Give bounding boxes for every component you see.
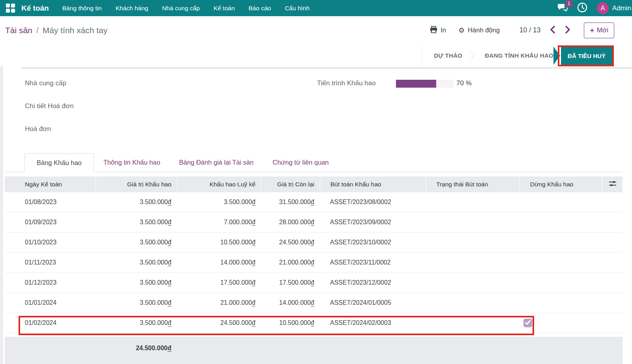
amount-cell: 3.500.000 đ (96, 313, 177, 333)
depreciation-entry-cell: ASSET/2023/11/0002 (320, 253, 426, 272)
amount-cell: 24.500.000 đ (261, 233, 320, 252)
amount-cell: 21.000.000 đ (261, 253, 320, 272)
new-button[interactable]: + Mới (584, 23, 614, 38)
gear-icon: ⚙ (458, 27, 465, 34)
breadcrumb-separator: / (36, 26, 39, 35)
statusbar-step[interactable]: ĐANG TÍNH KHẤU HAO (485, 52, 553, 59)
nav-menu-item[interactable]: Cấu hình (285, 5, 309, 12)
column-header[interactable]: Dừng Khấu hao (519, 176, 602, 192)
column-header[interactable]: Bút toán Khấu hao (320, 176, 426, 192)
checkmark-icon (525, 319, 531, 326)
row-trailing-cell (602, 253, 623, 272)
step-separator-chevron-icon (467, 51, 475, 60)
sheet-left-edge (0, 66, 3, 364)
entry-state-cell (426, 313, 519, 333)
row-trailing-cell (602, 212, 623, 232)
breadcrumb-current: Máy tính xách tay (43, 26, 108, 35)
amount-value: 21.000.000 (279, 259, 311, 266)
amount-cell: 3.500.000 đ (177, 192, 261, 212)
column-header[interactable]: Giá trị Khấu hao (96, 176, 177, 192)
stop-depreciation-cell (519, 293, 602, 313)
stop-depreciation-cell (519, 192, 602, 212)
amount-value: 24.500.000 (279, 239, 311, 246)
currency-symbol: đ (252, 259, 255, 266)
currency-symbol: đ (311, 219, 314, 226)
table-row[interactable]: 01/01/20243.500.000 đ21.000.000 đ14.000.… (5, 293, 623, 313)
depreciation-entry-cell: ASSET/2024/02/0003 (320, 313, 426, 333)
amount-cell: 28.000.000 đ (261, 212, 320, 232)
nav-menu-item[interactable]: Báo cáo (249, 5, 271, 12)
pager-next-button[interactable] (563, 24, 573, 37)
stop-depreciation-checkbox[interactable] (523, 319, 532, 327)
amount-cell: 3.500.000 đ (96, 273, 177, 293)
nav-menu-item[interactable]: Bảng thông tin (62, 5, 102, 12)
depreciation-entry-cell: ASSET/2023/10/0002 (320, 233, 426, 252)
depreciation-entry-cell: ASSET/2023/12/0002 (320, 273, 426, 293)
pager-previous-button[interactable] (548, 24, 557, 37)
table-footer: 24.500.000 đ (5, 337, 623, 364)
amount-value: 3.500.000 (140, 279, 168, 286)
form-field-label: Nhà cung cấp (25, 79, 66, 87)
accounting-date-cell: 01/08/2023 (5, 192, 96, 212)
stop-depreciation-cell (519, 253, 602, 272)
currency-symbol: đ (252, 219, 255, 226)
table-row[interactable]: 01/09/20233.500.000 đ7.000.000 đ28.000.0… (5, 212, 623, 233)
table-row[interactable]: 01/11/20233.500.000 đ14.000.000 đ21.000.… (5, 253, 623, 273)
stop-depreciation-cell (519, 212, 602, 232)
user-menu[interactable]: A Admin (597, 2, 631, 14)
entry-state-cell (426, 293, 519, 313)
currency-symbol: đ (167, 345, 171, 352)
nav-menu-item[interactable]: Nhà cung cấp (162, 5, 200, 12)
breadcrumb: Tài sản / Máy tính xách tay (5, 26, 107, 35)
amount-cell: 31.500.000 đ (261, 192, 320, 212)
column-header[interactable]: Khấu hao Luỹ kế (177, 176, 261, 192)
accounting-date-cell: 01/01/2024 (5, 293, 96, 313)
tab-4[interactable]: Chứng từ liên quan (263, 153, 338, 172)
messages-button[interactable]: 1 (557, 3, 568, 13)
print-label: In (441, 26, 446, 34)
table-row[interactable]: 01/10/20233.500.000 đ10.500.000 đ24.500.… (5, 233, 623, 253)
table-row[interactable]: 01/12/20233.500.000 đ17.500.000 đ17.500.… (5, 273, 623, 293)
amount-value: 3.500.000 (140, 319, 168, 326)
action-menu-button[interactable]: ⚙ Hành động (458, 26, 500, 34)
amount-value: 3.500.000 (140, 299, 168, 306)
nav-menu-item[interactable]: Kế toán (214, 5, 234, 12)
statusbar: DỰ THẢOĐANG TÍNH KHẤU HAO ĐÃ TIÊU HUỶ (0, 44, 632, 67)
amount-cell: 10.500.000 đ (177, 233, 261, 252)
footer-empty-cell (519, 337, 602, 364)
tab-1[interactable]: Bảng Khấu hao (24, 153, 94, 172)
column-header[interactable]: Giá trị Còn lại (261, 176, 320, 192)
apps-grid-icon[interactable] (6, 4, 15, 13)
plus-icon: + (590, 27, 594, 34)
optional-columns-button[interactable] (602, 176, 623, 192)
tab-3[interactable]: Bảng Đánh giá lại Tài sản (170, 153, 263, 172)
tab-2[interactable]: Thông tin Khấu hao (94, 153, 170, 172)
form-field-label: Hoá đơn (25, 125, 51, 133)
amount-value: 10.500.000 (279, 319, 311, 326)
entry-state-cell (426, 273, 519, 293)
table-row[interactable]: 01/08/20233.500.000 đ3.500.000 đ31.500.0… (5, 192, 623, 212)
column-header[interactable]: Ngày Kế toán (5, 176, 96, 192)
activities-button[interactable] (577, 2, 587, 14)
amount-cell: 3.500.000 đ (96, 293, 177, 313)
amount-cell: 24.500.000 đ (177, 313, 261, 333)
column-header[interactable]: Trạng thái Bút toán (426, 176, 519, 192)
amount-cell: 14.000.000 đ (261, 293, 320, 313)
stop-depreciation-cell (519, 313, 602, 333)
sliders-icon (608, 179, 617, 190)
app-name[interactable]: Kế toán (21, 4, 49, 13)
progress-label: Tiến trình Khấu hao (317, 79, 376, 87)
amount-value: 14.000.000 (220, 259, 252, 266)
amount-value: 3.500.000 (140, 199, 168, 206)
table-row[interactable]: 01/02/20243.500.000 đ24.500.000 đ10.500.… (5, 313, 623, 333)
statusbar-step[interactable]: DỰ THẢO (434, 52, 462, 59)
amount-value: 28.000.000 (279, 219, 311, 226)
breadcrumb-parent[interactable]: Tài sản (5, 26, 32, 35)
statusbar-step-active[interactable]: ĐÃ TIÊU HUỶ (561, 47, 612, 65)
print-button[interactable]: In (430, 26, 446, 35)
currency-symbol: đ (252, 239, 255, 246)
currency-symbol: đ (252, 319, 255, 326)
row-trailing-cell (602, 273, 623, 293)
nav-menu-item[interactable]: Khách hàng (116, 5, 148, 12)
nav-menus: Bảng thông tinKhách hàngNhà cung cấpKế t… (62, 5, 310, 12)
